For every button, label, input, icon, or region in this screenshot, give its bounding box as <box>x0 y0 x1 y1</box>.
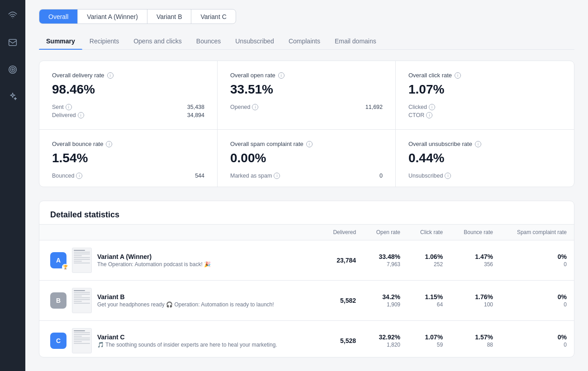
sidebar-icon-mail[interactable] <box>5 34 21 51</box>
unsubscribed-info-icon[interactable]: i <box>445 173 451 179</box>
col-bounce-rate: Bounce rate <box>450 225 500 240</box>
bounced-info-icon[interactable]: i <box>76 173 82 179</box>
svg-point-1 <box>9 66 17 74</box>
bounce-rate-meta: Bounced i 544 <box>52 173 204 179</box>
variant-name-b: Variant B <box>97 293 274 301</box>
ctor-info-icon[interactable]: i <box>426 112 432 118</box>
delivered-cell-c: 5,528 <box>320 321 363 357</box>
variant-badge-b: B <box>50 292 66 309</box>
stats-row-bottom: Overall bounce rate i 1.54% Bounced i 54… <box>39 130 574 187</box>
open-rate-info-icon[interactable]: i <box>278 72 285 79</box>
email-thumbnail-c <box>72 328 92 353</box>
unsubscribed-row: Unsubscribed i <box>408 173 561 179</box>
nav-tab-opens-clicks[interactable]: Opens and clicks <box>126 33 189 49</box>
variant-tab-a[interactable]: Variant A (Winner) <box>78 9 147 23</box>
click-rate-info-icon[interactable]: i <box>455 72 461 79</box>
variant-cell-b: BVariant BGet your headphones ready 🎧 Op… <box>39 281 320 321</box>
svg-point-2 <box>10 67 15 72</box>
bounce-rate-info-icon[interactable]: i <box>106 141 112 147</box>
spam-rate-cell-c: 0%0 <box>500 321 574 357</box>
variant-tab-c[interactable]: Variant C <box>191 9 235 23</box>
email-thumbnail-a <box>72 248 92 273</box>
stat-bounce-rate: Overall bounce rate i 1.54% Bounced i 54… <box>39 130 218 187</box>
col-variant <box>39 225 320 240</box>
col-spam-rate: Spam complaint rate <box>500 225 574 240</box>
stats-row-top: Overall delivery rate i 98.46% Sent i 35… <box>39 61 574 130</box>
clicked-row: Clicked i <box>408 104 561 110</box>
table-header: Delivered Open rate Click rate Bounce ra… <box>39 225 574 240</box>
delivered-cell-b: 5,582 <box>320 281 363 321</box>
main-content: Overall Variant A (Winner) Variant B Var… <box>25 0 588 371</box>
variant-subject-b: Get your headphones ready 🎧 Operation: A… <box>97 301 274 308</box>
click-rate-cell-c: 1.07%59 <box>408 321 450 357</box>
spam-rate-info-icon[interactable]: i <box>306 141 313 147</box>
variant-cell-a: A🏆Variant A (Winner)The Operation: Autom… <box>39 240 320 281</box>
variant-cell-c: CVariant C🎵 The soothing sounds of insid… <box>39 321 320 357</box>
unsub-rate-label: Overall unsubscribe rate i <box>408 141 561 147</box>
delivery-rate-meta: Sent i 35,438 Delivered i 34,894 <box>52 104 204 118</box>
opened-value: 11,692 <box>365 104 383 110</box>
nav-tab-recipients[interactable]: Recipients <box>82 33 126 49</box>
delivered-row: Delivered i 34,894 <box>52 112 204 118</box>
variant-tab-b[interactable]: Variant B <box>147 9 192 23</box>
bounce-rate-label: Overall bounce rate i <box>52 141 204 147</box>
nav-tab-complaints[interactable]: Complaints <box>281 33 327 49</box>
winner-badge: 🏆 <box>62 264 68 270</box>
ctor-row: CTOR i <box>408 112 561 118</box>
variant-tab-overall[interactable]: Overall <box>39 9 78 23</box>
stat-spam-rate: Overall spam complaint rate i 0.00% Mark… <box>218 130 396 187</box>
svg-point-3 <box>12 69 13 70</box>
col-delivered: Delivered <box>320 225 363 240</box>
nav-tab-bounces[interactable]: Bounces <box>189 33 228 49</box>
sent-info-icon[interactable]: i <box>66 104 72 110</box>
svg-rect-0 <box>9 39 17 45</box>
sidebar-icon-sparkles[interactable] <box>5 89 21 105</box>
nav-tab-summary[interactable]: Summary <box>39 33 82 49</box>
table-row: BVariant BGet your headphones ready 🎧 Op… <box>39 281 574 321</box>
nav-tabs: Summary Recipients Opens and clicks Boun… <box>39 33 574 50</box>
click-rate-meta: Clicked i CTOR i <box>408 104 561 118</box>
variant-badge-a: A🏆 <box>50 252 66 268</box>
sidebar-icon-target[interactable] <box>5 61 21 78</box>
delivered-value: 34,894 <box>187 112 204 118</box>
bounced-row: Bounced i 544 <box>52 173 204 179</box>
click-rate-value: 1.07% <box>408 82 561 97</box>
nav-tab-email-domains[interactable]: Email domains <box>327 33 384 49</box>
sidebar-icon-wifi[interactable] <box>5 7 21 23</box>
delivered-cell-a: 23,784 <box>320 240 363 281</box>
click-rate-label: Overall click rate i <box>408 72 561 79</box>
bounce-rate-cell-b: 1.76%100 <box>450 281 500 321</box>
detailed-statistics-header: Detailed statistics <box>39 201 574 224</box>
spam-rate-label: Overall spam complaint rate i <box>230 141 383 147</box>
table-row: CVariant C🎵 The soothing sounds of insid… <box>39 321 574 357</box>
open-rate-value: 33.51% <box>230 82 383 97</box>
stat-unsub-rate: Overall unsubscribe rate i 0.44% Unsubsc… <box>396 130 574 187</box>
delivered-info-icon[interactable]: i <box>78 112 84 118</box>
variant-subject-a: The Operation: Automation podcast is bac… <box>97 261 211 268</box>
stats-grid: Overall delivery rate i 98.46% Sent i 35… <box>39 61 574 187</box>
variant-badge-c: C <box>50 333 66 349</box>
variant-name-c: Variant C <box>97 333 277 341</box>
marked-spam-info-icon[interactable]: i <box>274 173 280 179</box>
open-rate-cell-c: 32.92%1,820 <box>363 321 408 357</box>
delivery-rate-info-icon[interactable]: i <box>107 72 114 79</box>
opened-info-icon[interactable]: i <box>252 104 258 110</box>
spam-rate-cell-a: 0%0 <box>500 240 574 281</box>
spam-rate-cell-b: 0%0 <box>500 281 574 321</box>
unsub-rate-value: 0.44% <box>408 151 561 165</box>
variant-name-a: Variant A (Winner) <box>97 253 211 260</box>
unsub-rate-meta: Unsubscribed i <box>408 173 561 179</box>
stat-delivery-rate: Overall delivery rate i 98.46% Sent i 35… <box>39 61 218 129</box>
click-rate-cell-b: 1.15%64 <box>408 281 450 321</box>
sent-value: 35,438 <box>187 104 204 110</box>
clicked-info-icon[interactable]: i <box>429 104 435 110</box>
stat-open-rate: Overall open rate i 33.51% Opened i 11,6… <box>218 61 396 129</box>
unsub-rate-info-icon[interactable]: i <box>475 141 481 147</box>
opened-row: Opened i 11,692 <box>230 104 383 110</box>
delivery-rate-value: 98.46% <box>52 82 204 97</box>
detailed-statistics-section: Detailed statistics Delivered Open rate … <box>39 201 574 357</box>
marked-spam-value: 0 <box>379 173 383 179</box>
spam-rate-value: 0.00% <box>230 151 383 165</box>
open-rate-cell-a: 33.48%7,963 <box>363 240 408 281</box>
nav-tab-unsubscribed[interactable]: Unsubscribed <box>228 33 281 49</box>
